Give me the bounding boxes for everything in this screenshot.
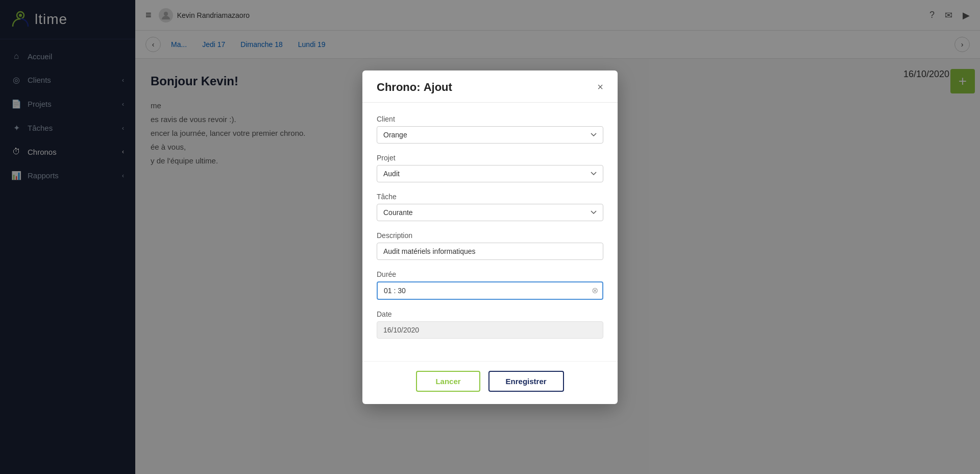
- modal-title-prefix: Chrono:: [377, 81, 421, 93]
- date-group: Date: [377, 310, 603, 339]
- duree-wrapper: ⊗: [377, 281, 603, 300]
- modal-title: Chrono: Ajout: [377, 81, 452, 94]
- description-label: Description: [377, 231, 603, 240]
- duree-input[interactable]: [377, 281, 603, 300]
- client-group: Client Orange SFR Bouygues: [377, 115, 603, 144]
- description-input[interactable]: [377, 243, 603, 260]
- projet-select[interactable]: Audit Développement Maintenance: [377, 165, 603, 182]
- modal-header: Chrono: Ajout ×: [362, 70, 618, 103]
- modal: Chrono: Ajout × Client Orange SFR Bouygu…: [362, 70, 618, 404]
- enregistrer-button[interactable]: Enregistrer: [488, 371, 564, 392]
- duree-group: Durée ⊗: [377, 270, 603, 300]
- tache-label: Tâche: [377, 193, 603, 201]
- lancer-button[interactable]: Lancer: [416, 371, 480, 392]
- modal-footer: Lancer Enregistrer: [362, 361, 618, 404]
- modal-close-button[interactable]: ×: [597, 81, 603, 93]
- description-group: Description: [377, 231, 603, 260]
- projet-label: Projet: [377, 154, 603, 162]
- tache-group: Tâche Courante Urgente Planifiée: [377, 193, 603, 221]
- tache-select[interactable]: Courante Urgente Planifiée: [377, 204, 603, 221]
- client-label: Client: [377, 115, 603, 123]
- projet-group: Projet Audit Développement Maintenance: [377, 154, 603, 182]
- date-label: Date: [377, 310, 603, 318]
- date-input[interactable]: [377, 321, 603, 339]
- client-select[interactable]: Orange SFR Bouygues: [377, 126, 603, 144]
- duree-clear-icon[interactable]: ⊗: [592, 286, 598, 295]
- modal-overlay: Chrono: Ajout × Client Orange SFR Bouygu…: [0, 0, 980, 474]
- duree-label: Durée: [377, 270, 603, 278]
- modal-title-action-text: Ajout: [424, 81, 452, 93]
- modal-body: Client Orange SFR Bouygues Projet Audit …: [362, 103, 618, 361]
